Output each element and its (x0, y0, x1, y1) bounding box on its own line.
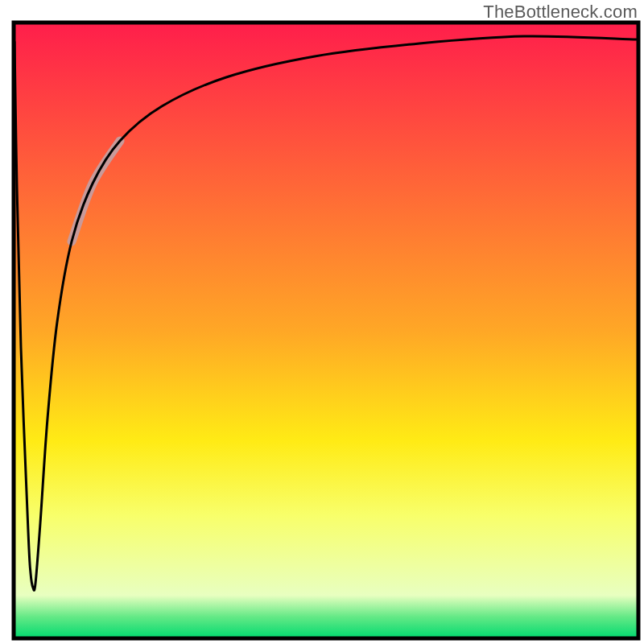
chart-container: TheBottleneck.com (0, 0, 644, 644)
plot-background (14, 23, 638, 638)
attribution-label: TheBottleneck.com (483, 2, 638, 23)
bottleneck-chart (0, 0, 644, 644)
